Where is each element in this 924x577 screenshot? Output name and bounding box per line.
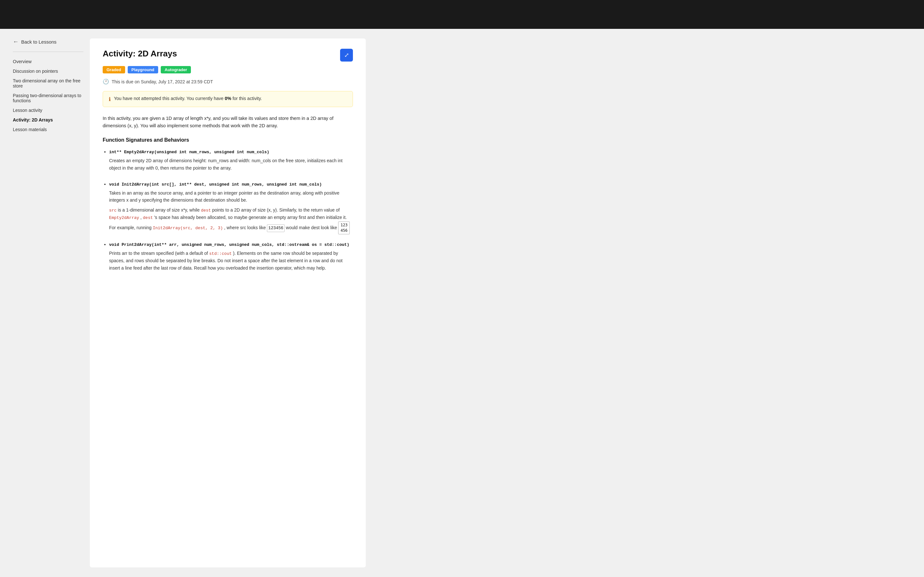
empty2d-code: Empty2dArray bbox=[109, 215, 139, 220]
sidebar-item-lesson-activity[interactable]: Lesson activity bbox=[13, 106, 83, 115]
function-list: int** Empty2dArray(unsigned int num_rows… bbox=[103, 148, 353, 274]
main-container: ← Back to Lessons OverviewDiscussion on … bbox=[0, 29, 924, 577]
function-item-1: int** Empty2dArray(unsigned int num_rows… bbox=[109, 148, 353, 174]
sidebar-item-activity-2d[interactable]: Activity: 2D Arrays bbox=[13, 115, 83, 124]
func2-signature: void Init2dArray(int src[], int** dest, … bbox=[109, 181, 353, 188]
content-header: Activity: 2D Arrays ⤢ bbox=[103, 49, 353, 61]
dest-code-1: dest bbox=[201, 208, 211, 213]
badge-playground: Playground bbox=[128, 66, 158, 73]
warning-icon: ℹ bbox=[109, 96, 111, 102]
dest-matrix: 123 456 bbox=[338, 221, 350, 234]
due-date-text: This is due on Sunday, July 17, 2022 at … bbox=[111, 79, 213, 84]
sidebar: ← Back to Lessons OverviewDiscussion on … bbox=[13, 39, 90, 567]
badge-autograder: Autograder bbox=[161, 66, 191, 73]
sidebar-item-lesson-materials[interactable]: Lesson materials bbox=[13, 125, 83, 134]
sidebar-divider bbox=[13, 52, 83, 52]
badges-container: GradedPlaygroundAutograder bbox=[103, 66, 353, 73]
func1-signature: int** Empty2dArray(unsigned int num_rows… bbox=[109, 149, 353, 156]
activity-intro: In this activity, you are given a 1D arr… bbox=[103, 115, 353, 129]
sidebar-nav: OverviewDiscussion on pointersTwo dimens… bbox=[13, 57, 83, 134]
back-to-lessons-link[interactable]: ← Back to Lessons bbox=[13, 39, 83, 45]
func3-signature: void Print2dArray(int** arr, unsigned nu… bbox=[109, 242, 353, 248]
init2d-call-code: Init2dArray(src, dest, 2, 3) bbox=[153, 226, 223, 230]
func2-description: Takes in an array as the source array, a… bbox=[109, 189, 353, 204]
sidebar-item-passing[interactable]: Passing two-dimensional arrays to functi… bbox=[13, 91, 83, 105]
dest-code-2: dest bbox=[143, 215, 153, 220]
function-item-2: void Init2dArray(int src[], int** dest, … bbox=[109, 181, 353, 234]
back-label: Back to Lessons bbox=[21, 39, 57, 45]
sidebar-item-two-dim[interactable]: Two dimensional array on the free store bbox=[13, 76, 83, 90]
src-example: 123456 bbox=[267, 224, 284, 232]
cout-code: std::cout bbox=[209, 251, 232, 256]
warning-box: ℹ You have not attempted this activity. … bbox=[103, 91, 353, 107]
clock-icon: 🕐 bbox=[103, 79, 109, 85]
src-code: src bbox=[109, 208, 116, 213]
content-area: Activity: 2D Arrays ⤢ GradedPlaygroundAu… bbox=[90, 39, 366, 567]
sidebar-item-discussion[interactable]: Discussion on pointers bbox=[13, 67, 83, 76]
back-arrow-icon: ← bbox=[13, 39, 19, 45]
due-date: 🕐 This is due on Sunday, July 17, 2022 a… bbox=[103, 79, 353, 85]
top-bar bbox=[0, 0, 924, 29]
func1-description: Creates an empty 2D array of dimensions … bbox=[109, 157, 353, 171]
warning-text: You have not attempted this activity. Yo… bbox=[114, 96, 262, 101]
badge-graded: Graded bbox=[103, 66, 125, 73]
section-title: Function Signatures and Behaviors bbox=[103, 137, 353, 143]
expand-button[interactable]: ⤢ bbox=[340, 49, 353, 61]
function-item-3: void Print2dArray(int** arr, unsigned nu… bbox=[109, 241, 353, 274]
sidebar-item-overview[interactable]: Overview bbox=[13, 57, 83, 66]
func3-description: Prints arr to the stream specified (with… bbox=[109, 250, 353, 272]
page-title: Activity: 2D Arrays bbox=[103, 49, 177, 59]
func2-note: src is a 1-dimensional array of size x*y… bbox=[109, 206, 353, 234]
